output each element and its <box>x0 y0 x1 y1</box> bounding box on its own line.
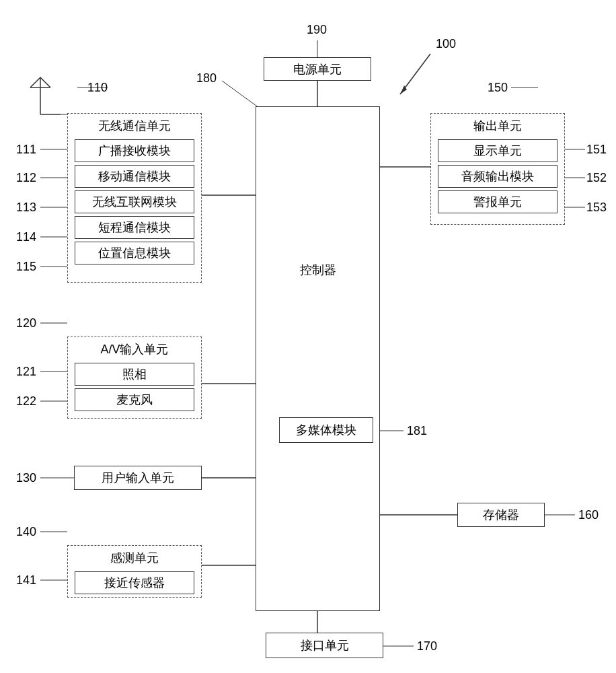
ref-141: 141 <box>16 573 36 588</box>
proximity-sensor-block: 接近传感器 <box>75 571 194 594</box>
ref-170: 170 <box>417 639 437 653</box>
svg-marker-12 <box>400 85 407 94</box>
controller-label: 控制器 <box>300 262 336 278</box>
audio-output-block: 音频输出模块 <box>438 165 557 188</box>
sense-group-title: 感测单元 <box>68 546 201 569</box>
power-unit-block: 电源单元 <box>264 57 371 81</box>
ref-180: 180 <box>196 71 217 85</box>
power-unit-label: 电源单元 <box>293 61 342 77</box>
ref-120: 120 <box>16 316 36 330</box>
ref-111: 111 <box>16 143 36 157</box>
ref-121: 121 <box>16 365 36 379</box>
memory-label: 存储器 <box>483 507 519 523</box>
ref-110: 110 <box>87 81 108 95</box>
short-range-module: 短程通信模块 <box>75 216 194 239</box>
svg-line-11 <box>400 54 430 94</box>
display-unit-block: 显示单元 <box>438 139 557 162</box>
svg-line-27 <box>222 81 259 108</box>
sense-group: 感测单元 接近传感器 <box>67 545 202 598</box>
multimedia-block: 多媒体模块 <box>279 417 373 443</box>
output-group: 输出单元 显示单元 音频输出模块 警报单元 <box>430 113 565 225</box>
output-group-title: 输出单元 <box>431 114 564 137</box>
ref-140: 140 <box>16 525 36 539</box>
ref-190: 190 <box>307 23 327 37</box>
ref-150: 150 <box>488 81 508 95</box>
wireless-group-title: 无线通信单元 <box>68 114 201 137</box>
ref-122: 122 <box>16 394 36 409</box>
microphone-block: 麦克风 <box>75 388 194 411</box>
av-input-group: A/V输入单元 照相 麦克风 <box>67 336 202 419</box>
memory-block: 存储器 <box>457 503 545 527</box>
ref-130: 130 <box>16 471 36 485</box>
broadcast-module: 广播接收模块 <box>75 139 194 162</box>
ref-114: 114 <box>16 230 36 244</box>
ref-153: 153 <box>586 201 607 215</box>
ref-100: 100 <box>436 37 456 51</box>
ref-112: 112 <box>16 171 36 185</box>
wireless-internet-module: 无线互联网模块 <box>75 190 194 213</box>
ref-151: 151 <box>586 143 607 157</box>
user-input-block: 用户输入单元 <box>74 466 202 490</box>
wireless-group: 无线通信单元 广播接收模块 移动通信模块 无线互联网模块 短程通信模块 位置信息… <box>67 113 202 283</box>
ref-113: 113 <box>16 201 36 215</box>
mobile-comm-module: 移动通信模块 <box>75 165 194 188</box>
location-info-module: 位置信息模块 <box>75 242 194 264</box>
alarm-unit-block: 警报单元 <box>438 190 557 213</box>
interface-label: 接口单元 <box>301 637 349 653</box>
camera-block: 照相 <box>75 363 194 386</box>
user-input-label: 用户输入单元 <box>102 470 174 486</box>
ref-181: 181 <box>407 424 427 438</box>
ref-160: 160 <box>578 508 599 522</box>
multimedia-label: 多媒体模块 <box>296 422 356 438</box>
ref-152: 152 <box>586 171 607 185</box>
ref-115: 115 <box>16 260 36 274</box>
interface-block: 接口单元 <box>266 633 383 658</box>
av-group-title: A/V输入单元 <box>68 337 201 360</box>
controller-block: 控制器 <box>256 106 380 611</box>
